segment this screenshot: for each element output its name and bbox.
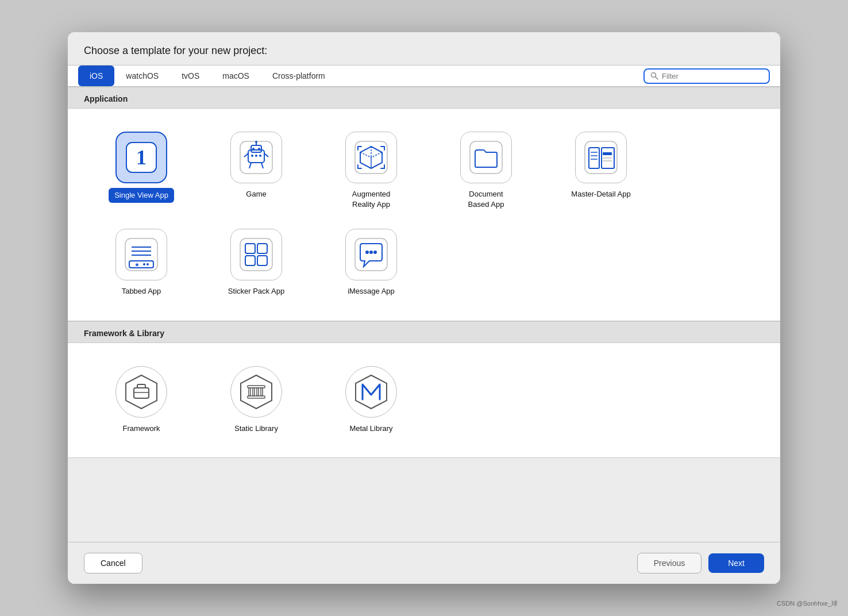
template-metal-library[interactable]: Metal Library [314, 357, 429, 444]
next-button[interactable]: Next [708, 553, 764, 573]
framework-icon [121, 372, 161, 412]
template-game[interactable]: Game [199, 122, 314, 220]
sticker-pack-app-icon [238, 237, 274, 272]
svg-point-14 [255, 141, 257, 143]
svg-rect-52 [134, 388, 149, 398]
toolbar: iOS watchOS tvOS macOS Cross-platform [68, 65, 780, 87]
section-header-framework-library: Framework & Library [68, 321, 780, 343]
template-static-library[interactable]: Static Library [199, 357, 314, 444]
main-dialog: Choose a template for your new project: … [68, 32, 780, 584]
sticker-pack-app-label: Sticker Pack App [226, 285, 287, 298]
svg-point-15 [251, 155, 253, 157]
metal-library-icon [351, 372, 391, 412]
section-header-application: Application [68, 87, 780, 109]
svg-point-41 [147, 263, 149, 265]
master-detail-app-icon [583, 140, 619, 175]
svg-point-50 [373, 251, 377, 254]
imessage-app-icon [353, 237, 389, 272]
master-detail-app-label: Master-Detail App [569, 188, 633, 201]
imessage-app-icon-wrap [345, 229, 397, 280]
document-based-app-icon-wrap [460, 132, 512, 183]
tab-tvos[interactable]: tvOS [170, 66, 211, 86]
content-area: Application 1 Single View App [68, 87, 780, 542]
svg-point-16 [255, 155, 257, 157]
application-grid: 1 Single View App [68, 109, 780, 321]
svg-point-8 [258, 148, 260, 150]
svg-point-40 [143, 263, 145, 265]
previous-button[interactable]: Previous [637, 553, 701, 573]
static-library-label: Static Library [232, 422, 280, 435]
filter-wrap [643, 68, 770, 84]
dialog-title: Choose a template for your new project: [68, 32, 780, 65]
ar-app-label: Augmented Reality App [350, 188, 393, 210]
svg-marker-51 [126, 375, 157, 409]
cancel-button[interactable]: Cancel [84, 553, 142, 573]
game-icon [238, 140, 274, 175]
filter-input[interactable] [662, 72, 763, 80]
filter-icon [650, 72, 658, 80]
template-single-view-app[interactable]: 1 Single View App [84, 122, 199, 220]
static-library-icon [236, 372, 276, 412]
framework-library-grid: Framework [68, 343, 780, 459]
svg-rect-57 [249, 388, 250, 396]
template-imessage-app[interactable]: iMessage App [314, 220, 429, 307]
template-framework[interactable]: Framework [84, 357, 199, 444]
svg-point-49 [369, 251, 373, 254]
framework-label: Framework [120, 422, 162, 435]
section-application: Application 1 Single View App [68, 87, 780, 321]
svg-rect-59 [257, 388, 259, 396]
template-document-based-app[interactable]: Document Based App [429, 122, 544, 220]
metal-library-label: Metal Library [347, 422, 395, 435]
svg-point-17 [259, 155, 261, 157]
template-tabbed-app[interactable]: ★ Tabbed App [84, 220, 199, 307]
svg-point-7 [252, 148, 255, 150]
svg-rect-4 [240, 141, 272, 174]
filter-input-wrap [643, 68, 770, 84]
ar-app-icon-wrap [345, 132, 397, 183]
section-framework-library: Framework & Library Framew [68, 321, 780, 459]
master-detail-app-icon-wrap [575, 132, 627, 183]
tabbed-app-label: Tabbed App [120, 285, 164, 298]
game-label: Game [244, 188, 268, 201]
svg-marker-61 [356, 375, 387, 409]
svg-line-1 [656, 77, 658, 80]
single-view-app-label: Single View App [109, 188, 174, 203]
framework-icon-wrap [115, 366, 167, 418]
metal-library-icon-wrap [345, 366, 397, 418]
document-based-app-icon [468, 140, 504, 175]
imessage-app-label: iMessage App [345, 285, 397, 298]
svg-rect-31 [603, 152, 612, 155]
tabbed-app-icon: ★ [124, 237, 159, 272]
watermark: CSDN @Sonhhxe_球 [777, 599, 838, 608]
tab-macos[interactable]: macOS [211, 66, 261, 86]
tabbed-app-icon-wrap: ★ [115, 229, 167, 280]
svg-text:1: 1 [136, 146, 147, 169]
tab-watchos[interactable]: watchOS [114, 66, 170, 86]
document-based-app-label: Document Based App [466, 188, 507, 210]
tab-ios[interactable]: iOS [78, 66, 114, 86]
svg-point-48 [365, 251, 369, 254]
svg-text:★: ★ [134, 261, 140, 268]
static-library-icon-wrap [230, 366, 282, 418]
tab-crossplatform[interactable]: Cross-platform [261, 66, 337, 86]
single-view-app-icon-wrap: 1 [115, 132, 167, 183]
template-master-detail-app[interactable]: Master-Detail App [544, 122, 658, 220]
sticker-pack-app-icon-wrap [230, 229, 282, 280]
svg-rect-58 [253, 388, 255, 396]
template-sticker-pack-app[interactable]: Sticker Pack App [199, 220, 314, 307]
ar-app-icon [353, 140, 389, 175]
template-ar-app[interactable]: Augmented Reality App [314, 122, 429, 220]
game-icon-wrap [230, 132, 282, 183]
svg-marker-54 [241, 375, 272, 409]
single-view-app-icon: 1 [124, 140, 159, 175]
svg-rect-60 [261, 388, 263, 396]
svg-rect-42 [240, 238, 272, 271]
footer: Cancel Previous Next [68, 542, 780, 584]
